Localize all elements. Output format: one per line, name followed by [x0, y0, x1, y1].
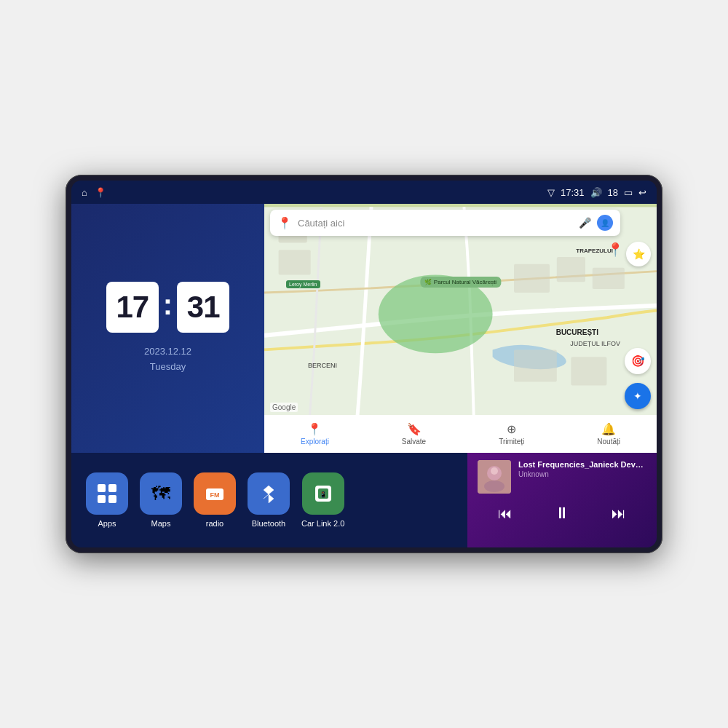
app-item-maps[interactable]: 🗺 Maps	[140, 472, 182, 528]
play-pause-button[interactable]: ⏸	[554, 504, 570, 523]
maps-icon: 🗺	[140, 472, 182, 515]
music-controls: ⏮ ⏸ ⏭	[478, 504, 646, 523]
apps-label: Apps	[98, 519, 116, 528]
clock-panel: 17 : 31 2023.12.12 Tuesday	[71, 204, 264, 453]
album-art	[478, 460, 511, 494]
top-section: 17 : 31 2023.12.12 Tuesday	[71, 204, 657, 453]
svg-rect-12	[98, 495, 106, 503]
main-content: 17 : 31 2023.12.12 Tuesday	[71, 204, 657, 547]
battery-icon: ▭	[624, 187, 633, 198]
map-search-pin-icon: 📍	[277, 216, 292, 230]
app-item-radio[interactable]: FM radio	[194, 472, 236, 528]
music-player: Lost Frequencies_Janieck Devy-... Unknow…	[467, 453, 657, 547]
map-navigate-button[interactable]: ✦	[625, 383, 651, 409]
status-left: ⌂ 📍	[82, 187, 106, 198]
bluetooth-label: Bluetooth	[252, 519, 285, 528]
music-title: Lost Frequencies_Janieck Devy-...	[518, 460, 646, 469]
svg-point-23	[491, 467, 498, 475]
apps-dock: Apps 🗺 Maps FM radio	[71, 453, 467, 547]
map-nav-saved[interactable]: 🔖 Salvate	[402, 422, 426, 446]
map-label-bucuresti: BUCUREȘTI	[556, 328, 598, 336]
map-nav-send[interactable]: ⊕ Trimiteți	[499, 422, 524, 446]
status-right: ▽ 17:31 🔊 18 ▭ ↩	[547, 187, 646, 198]
clock-hour: 17	[106, 282, 159, 333]
map-red-pin: 📍	[607, 242, 623, 258]
next-button[interactable]: ⏭	[612, 505, 626, 522]
app-item-bluetooth[interactable]: Bluetooth	[248, 472, 290, 528]
map-park-label: 🌿 Parcul Natural Văcărești	[420, 277, 501, 288]
apps-icon	[86, 472, 128, 515]
map-label-berceni: BERCENI	[308, 362, 337, 369]
news-icon: 🔔	[601, 422, 616, 436]
explore-icon: 📍	[307, 422, 322, 436]
status-bar: ⌂ 📍 ▽ 17:31 🔊 18 ▭ ↩	[71, 181, 657, 204]
clock-colon: :	[163, 290, 173, 319]
svg-rect-8	[514, 349, 557, 381]
map-nav-bottom: 📍 Explorați 🔖 Salvate ⊕ Trimiteți 🔔	[264, 415, 657, 453]
device-frame: ⌂ 📍 ▽ 17:31 🔊 18 ▭ ↩ 17 :	[66, 175, 662, 553]
svg-rect-13	[108, 495, 116, 503]
svg-rect-9	[571, 357, 606, 385]
svg-text:📱: 📱	[320, 491, 327, 498]
music-top: Lost Frequencies_Janieck Devy-... Unknow…	[478, 460, 646, 494]
volume-icon: 🔊	[590, 187, 602, 198]
svg-rect-6	[557, 257, 585, 282]
svg-rect-7	[593, 268, 625, 289]
map-nav-explore[interactable]: 📍 Explorați	[301, 422, 329, 446]
svg-rect-10	[98, 484, 106, 492]
svg-rect-5	[514, 264, 550, 293]
maps-label: Maps	[151, 519, 171, 528]
bottom-section: Apps 🗺 Maps FM radio	[71, 453, 657, 547]
bluetooth-icon	[248, 472, 290, 515]
svg-marker-16	[264, 486, 274, 503]
map-mic-icon[interactable]: 🎤	[579, 217, 591, 229]
map-leroy-merlin: Leroy Merlin	[286, 280, 320, 288]
svg-text:FM: FM	[210, 491, 220, 499]
map-search-text[interactable]: Căutați aici	[298, 218, 573, 229]
prev-button[interactable]: ⏮	[498, 505, 513, 522]
radio-label: radio	[206, 519, 223, 528]
app-item-carlink[interactable]: 📱 Car Link 2.0	[301, 472, 344, 528]
map-location-button[interactable]: 🎯	[625, 348, 651, 374]
carlink-label: Car Link 2.0	[301, 519, 344, 528]
volume-level: 18	[608, 187, 618, 198]
music-artist: Unknown	[518, 470, 646, 478]
music-info: Lost Frequencies_Janieck Devy-... Unknow…	[518, 460, 646, 478]
back-icon[interactable]: ↩	[638, 187, 646, 198]
clock-minute: 31	[177, 282, 229, 333]
map-search-bar[interactable]: 📍 Căutați aici 🎤 👤	[270, 210, 620, 236]
map-star-button[interactable]: ⭐	[626, 242, 651, 266]
map-label-ilfov: JUDEȚUL ILFOV	[570, 340, 620, 347]
radio-icon: FM	[194, 472, 236, 515]
status-time: 17:31	[561, 187, 585, 198]
device-screen: ⌂ 📍 ▽ 17:31 🔊 18 ▭ ↩ 17 :	[71, 181, 657, 547]
maps-shortcut-icon[interactable]: 📍	[95, 187, 106, 198]
clock-date: 2023.12.12 Tuesday	[144, 344, 191, 375]
svg-point-22	[484, 480, 505, 492]
svg-rect-11	[108, 484, 116, 492]
map-panel[interactable]: 📍 Căutați aici 🎤 👤 ⭐ 🎯 ✦ 📍 TRAPEZULUI BU…	[264, 204, 657, 453]
map-user-avatar[interactable]: 👤	[597, 215, 613, 231]
app-item-apps[interactable]: Apps	[86, 472, 128, 528]
clock-display: 17 : 31	[106, 282, 229, 333]
google-logo: Google	[270, 403, 298, 412]
carlink-icon: 📱	[302, 472, 344, 515]
svg-rect-4	[279, 250, 311, 274]
send-icon: ⊕	[507, 422, 516, 436]
saved-icon: 🔖	[407, 422, 422, 436]
signal-icon: ▽	[547, 187, 555, 198]
map-nav-news[interactable]: 🔔 Noutăți	[597, 422, 620, 446]
home-icon[interactable]: ⌂	[82, 187, 87, 198]
